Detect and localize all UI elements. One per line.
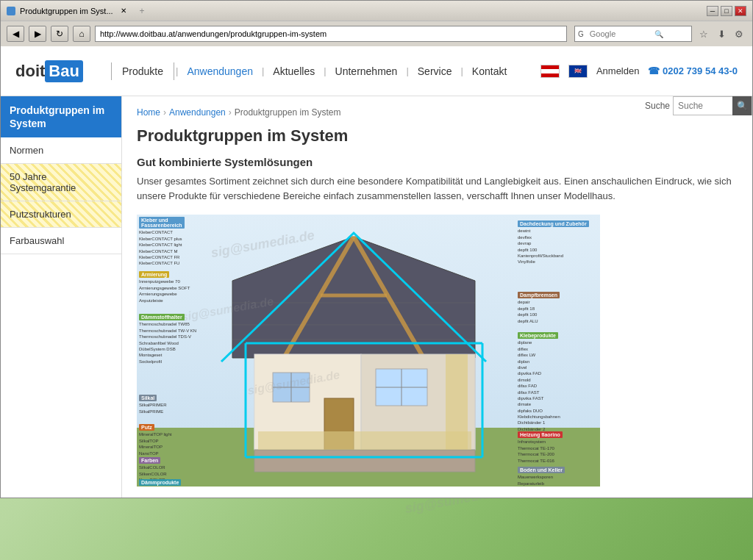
minimize-btn[interactable]: ─: [707, 6, 718, 16]
sidebar-item-garantie[interactable]: 50 Jahre Systemgarantie: [1, 164, 121, 201]
close-btn[interactable]: ✕: [735, 6, 746, 16]
label-daemmstoff: Dämmstoffhalter Thermoschubnadel TW85The…: [139, 310, 216, 365]
anmelden-link[interactable]: Anmelden: [596, 65, 640, 76]
nav-unternehmen[interactable]: Unternehmen: [328, 62, 405, 80]
tools-icon[interactable]: ⚙: [732, 26, 746, 41]
logo-bau-box: Bau: [45, 60, 83, 82]
sidebar-item-putz[interactable]: Putzstrukturen: [1, 201, 121, 228]
section-title: Gut kombinierte Systemlösungen: [137, 156, 738, 168]
tab-favicon: [7, 7, 15, 15]
window-controls: ─ □ ✕: [707, 6, 746, 16]
site-header: doit Bau Produkte | Anwendungen | Aktuel…: [1, 46, 752, 96]
star-icon[interactable]: ☆: [696, 26, 711, 41]
phone-number[interactable]: ☎ 0202 739 54 43-0: [648, 65, 738, 76]
svg-rect-20: [254, 450, 475, 472]
tab-title: Produktgruppen im Syst...: [20, 7, 113, 15]
svg-rect-21: [258, 431, 471, 450]
maximize-btn[interactable]: □: [721, 6, 732, 16]
home-btn[interactable]: ⌂: [73, 26, 90, 42]
flag-uk[interactable]: 🇬🇧: [568, 65, 588, 78]
main-nav: Produkte | Anwendungen | Aktuelles | Unt…: [111, 62, 533, 80]
toolbar-icons: ☆ ⬇ ⚙: [696, 26, 746, 41]
nav-produkte[interactable]: Produkte: [111, 62, 174, 80]
description-text: Unser gesamtes Sortiment zeichnet sich d…: [137, 174, 738, 203]
label-putz: Putz MineralTOP lightSilkalTOPMineralTOP…: [139, 420, 213, 456]
flag-austria[interactable]: [540, 65, 560, 78]
google-icon: G: [575, 29, 587, 40]
content-body: Produktgruppen im System Normen 50 Jahre…: [1, 96, 752, 498]
breadcrumb-anwendungen[interactable]: Anwendungen: [169, 107, 226, 118]
page-title: Produktgruppen im System: [137, 126, 738, 146]
title-bar: Produktgruppen im Syst... ✕ + ─ □ ✕: [1, 1, 752, 21]
nav-kontakt[interactable]: Kontakt: [465, 62, 514, 80]
label-boden: Boden und Keller MauerwerksporenReparatu…: [518, 463, 599, 487]
search-button[interactable]: 🔍: [732, 96, 752, 115]
search-container: Suche 🔍: [645, 96, 752, 115]
url-bar[interactable]: [95, 26, 567, 42]
nav-aktuelles[interactable]: Aktuelles: [265, 62, 322, 80]
breadcrumb-home[interactable]: Home: [137, 107, 160, 118]
nav-anwendungen[interactable]: Anwendungen: [179, 62, 260, 80]
label-armierung: Armierung Innenputzgewebe 70Armierungsge…: [139, 268, 213, 304]
header-right: 🇬🇧 Anmelden ☎ 0202 739 54 43-0: [540, 65, 738, 78]
breadcrumb-current: Produktgruppen im System: [235, 107, 341, 118]
logo[interactable]: doit Bau: [15, 53, 96, 90]
label-kleber: Kleber undFassarenbereich KleberCONTACTK…: [139, 217, 213, 266]
search-label: Suche: [645, 101, 670, 111]
label-dachdeckung: Dachdeckung und Zubehör dewintdevflexdev…: [518, 217, 599, 265]
browser-search-icon: 🔍: [653, 29, 665, 40]
label-heizung: Heizung flaorino InfrarotsystemThermocat…: [518, 428, 599, 464]
sidebar-title: Produktgruppen im System: [1, 96, 121, 137]
label-silkal: Silkal SilkalPRIMERSilkalPRIME: [139, 391, 213, 414]
forward-btn[interactable]: ▶: [29, 26, 46, 42]
logo-text: doit: [15, 62, 45, 81]
sidebar-item-farbe[interactable]: Farbauswahl: [1, 228, 121, 254]
refresh-btn[interactable]: ↻: [51, 26, 68, 42]
back-btn[interactable]: ◀: [7, 26, 24, 42]
browser-search-input[interactable]: [587, 28, 653, 40]
address-bar: ◀ ▶ ↻ ⌂ G 🔍 ☆ ⬇ ⚙: [1, 21, 752, 46]
house-diagram: sig@sumedia.de sig@sumedia.de sig@sumedi…: [137, 215, 600, 487]
search-input[interactable]: [674, 99, 732, 112]
sidebar-item-normen[interactable]: Normen: [1, 137, 121, 164]
nav-service[interactable]: Service: [410, 62, 460, 80]
browser-search-bar[interactable]: G 🔍: [574, 26, 692, 42]
tab-close[interactable]: ✕: [121, 7, 126, 15]
bookmark-icon[interactable]: ⬇: [714, 26, 729, 41]
label-klebeprodukte: Klebeprodukte diplanediflexdiflex LWdipl…: [518, 329, 599, 432]
label-daemmprodukte: Dämmprodukte EPS-F 032 WS/SLEPS 500 QSEP…: [139, 475, 216, 487]
sidebar: Produktgruppen im System Normen 50 Jahre…: [1, 96, 122, 498]
page: doit Bau Produkte | Anwendungen | Aktuel…: [1, 46, 752, 498]
main-content: Suche 🔍 Home › Anwendungen › Produktgrup…: [122, 96, 752, 498]
search-box[interactable]: 🔍: [673, 96, 752, 115]
label-dampf: Dampfbremsen depairdepfit 18depfit 100de…: [518, 288, 599, 324]
